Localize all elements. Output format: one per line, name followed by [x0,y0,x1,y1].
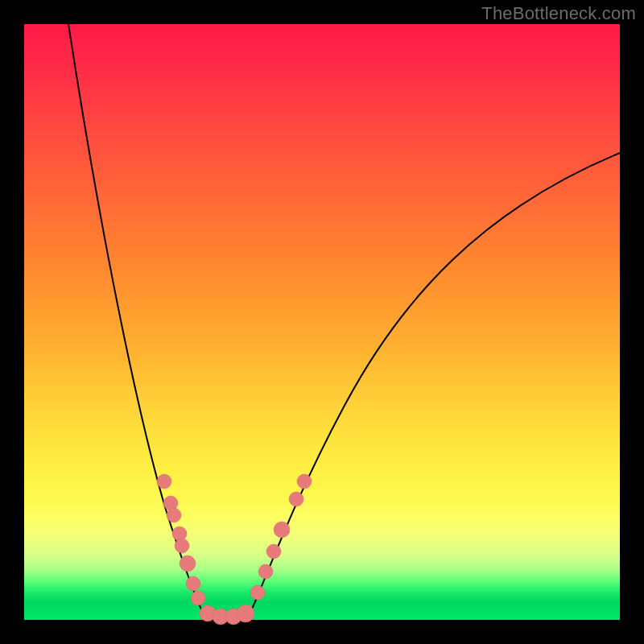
data-point [175,539,189,553]
chart-container: TheBottleneck.com [0,0,644,644]
data-point [180,555,196,572]
data-point [266,544,281,559]
data-point [289,492,303,506]
watermark-text: TheBottleneck.com [481,3,636,24]
plot-area [24,24,620,620]
data-point [250,585,265,600]
curve-right-curve [250,153,620,613]
data-point [186,576,200,591]
data-point [157,474,171,489]
data-point [237,605,254,622]
curve-group [68,24,620,620]
chart-svg [24,24,620,620]
data-point [167,508,181,522]
data-point [191,591,205,605]
points-group [157,474,312,625]
curve-left-curve [68,24,211,620]
data-point [274,522,290,538]
data-point [258,564,273,579]
data-point [297,474,312,489]
